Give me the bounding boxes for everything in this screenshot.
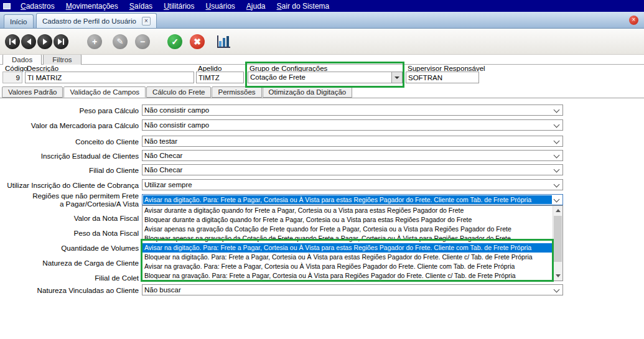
window-close-icon[interactable]: × (629, 16, 638, 25)
scroll-up-icon[interactable] (553, 206, 562, 215)
menu-item-usuarios[interactable]: Usuários (200, 1, 240, 12)
menu-item-sair-do-sistema[interactable]: Sair do Sistema (271, 1, 335, 12)
tab-permissoes[interactable]: Permissões (212, 86, 261, 98)
natureza-vinculadas-value: Não buscar (144, 286, 551, 294)
section-tabs-divider (0, 98, 644, 98)
previous-icon (27, 39, 31, 45)
tab-valores-padrao[interactable]: Valores Padrão (2, 86, 63, 98)
plus-icon: + (92, 37, 97, 46)
descricao-field[interactable] (25, 72, 194, 83)
apelido-field[interactable] (196, 72, 244, 83)
check-icon: ✓ (171, 37, 179, 46)
regioes-combobox[interactable]: Avisar na digitação. Para: Frete a Pagar… (142, 194, 563, 205)
annotation-dropdown-options (141, 239, 554, 282)
filial-cliente-combobox[interactable]: Não Checar (142, 164, 563, 175)
codigo-field[interactable] (2, 72, 22, 83)
filial-coleta-label: Filial de Colet (0, 274, 140, 282)
valor-mercadoria-value: Não consistir campo (144, 121, 551, 129)
regioes-value: Avisar na digitação. Para: Frete a Pagar… (143, 195, 552, 204)
next-icon (43, 39, 47, 45)
conceito-cliente-value: Não testar (144, 137, 551, 145)
supervisor-field[interactable] (406, 72, 479, 83)
chevron-down-icon (554, 167, 560, 173)
tab-cadastro-perfil-label: Cadastro de Perfil do Usuário (42, 17, 136, 25)
tab-cadastro-perfil-usuario[interactable]: Cadastro de Perfil do Usuário × (36, 13, 157, 28)
nav-first-button[interactable] (5, 34, 20, 49)
dropdown-option-1[interactable]: Avisar durante a digitação quando for Fr… (142, 206, 553, 215)
peso-para-calculo-value: Não consistir campo (144, 106, 551, 114)
utilizar-inscricao-cobranca-label: Utilizar Inscrição do Cliente de Cobranç… (0, 181, 140, 189)
last-arrow-icon (58, 39, 62, 45)
inscricao-estadual-value: Não Checar (144, 152, 551, 159)
chevron-down-icon (554, 122, 560, 128)
dropdown-option-2[interactable]: Bloquear durante a digitação quando for … (142, 215, 553, 225)
peso-nota-fiscal-label: Peso da Nota Fiscal (0, 229, 140, 237)
utilizar-inscricao-cobranca-combobox[interactable]: Utilizar sempre (142, 179, 563, 190)
menu-item-movimentacoes[interactable]: Movimentações (60, 1, 124, 12)
app-icon (3, 3, 11, 9)
delete-button[interactable]: − (135, 34, 150, 49)
first-arrow-icon (11, 39, 16, 45)
tab-otimizacao-da-digitacao[interactable]: Otimização da Digitação (263, 86, 353, 98)
chart-button[interactable] (217, 35, 231, 49)
regioes-label-line2: a Pagar/Cortesia/A Vista (0, 200, 140, 208)
minus-icon: − (140, 37, 145, 46)
cross-icon: ✖ (194, 37, 201, 46)
last-icon (63, 39, 64, 45)
edit-button[interactable]: ✎ (113, 34, 128, 49)
dropdown-option-3[interactable]: Avisar apenas na gravação da Cotação de … (142, 225, 553, 234)
quantidade-volumes-label: Quantidade de Volumes (0, 244, 140, 252)
natureza-vinculadas-combobox[interactable]: Não buscar (142, 284, 563, 295)
valor-mercadoria-label: Valor da Mercadoria para Cálculo (0, 121, 140, 129)
tab-inicio[interactable]: Início (4, 14, 34, 28)
valor-mercadoria-combobox[interactable]: Não consistir campo (142, 119, 563, 131)
menu-item-saidas[interactable]: Saídas (124, 1, 158, 12)
section-tabs: Valores Padrão Validação de Campos Cálcu… (2, 86, 353, 98)
tab-inicio-label: Início (10, 18, 27, 26)
first-icon (9, 39, 11, 45)
utilizar-inscricao-cobranca-value: Utilizar sempre (144, 181, 551, 188)
nav-previous-button[interactable] (21, 34, 36, 49)
scroll-thumb[interactable] (554, 216, 562, 262)
bar-chart-icon (219, 41, 222, 47)
annotation-grupo-configuracoes (245, 62, 404, 88)
menu-item-cadastros[interactable]: Cadastros (15, 1, 60, 12)
tab-close-icon[interactable]: × (142, 17, 151, 26)
inscricao-estadual-label: Inscrição Estadual de Clientes (0, 152, 140, 160)
chevron-down-icon (554, 197, 560, 203)
natureza-vinculadas-label: Natureza Vinculadas ao Cliente (0, 286, 140, 294)
conceito-cliente-combobox[interactable]: Não testar (142, 136, 563, 147)
add-button[interactable]: + (87, 34, 102, 49)
nav-last-button[interactable] (54, 34, 68, 49)
confirm-button[interactable]: ✓ (167, 34, 182, 49)
peso-para-calculo-combobox[interactable]: Não consistir campo (142, 104, 563, 116)
document-tab-bar: Início Cadastro de Perfil do Usuário × × (0, 12, 644, 29)
chevron-down-icon (554, 287, 560, 293)
scroll-down-icon[interactable] (553, 271, 562, 281)
menu-item-ajuda[interactable]: Ajuda (241, 1, 271, 12)
chevron-down-icon (554, 138, 560, 144)
regioes-label-line1: Regiões que não permitem Frete (0, 192, 140, 200)
cancel-button[interactable]: ✖ (190, 34, 205, 49)
chevron-down-icon (554, 182, 560, 188)
menu-item-utilitarios[interactable]: Utilitários (158, 1, 200, 12)
toolbar: + ✎ − ✓ ✖ (0, 29, 644, 55)
natureza-carga-cliente-label: Natureza de Carga de Cliente (0, 259, 140, 267)
subtab-filtros[interactable]: Filtros (43, 54, 81, 65)
pencil-icon: ✎ (117, 37, 124, 46)
subtab-dados[interactable]: Dados (2, 54, 42, 65)
chevron-down-icon (554, 107, 560, 113)
dropdown-scrollbar[interactable] (553, 206, 562, 281)
tab-validacao-de-campos[interactable]: Validação de Campos (63, 86, 146, 98)
chevron-down-icon (554, 152, 560, 159)
tab-calculo-do-frete[interactable]: Cálculo do Frete (146, 86, 211, 98)
peso-para-calculo-label: Peso para Cálculo (0, 106, 140, 114)
data-subtabs: Dados Filtros (2, 54, 83, 65)
filial-cliente-value: Não Checar (144, 166, 551, 174)
valor-nota-fiscal-label: Valor da Nota Fiscal (0, 214, 140, 222)
nav-next-button[interactable] (37, 34, 52, 49)
inscricao-estadual-combobox[interactable]: Não Checar (142, 150, 563, 161)
conceito-cliente-label: Conceito do Cliente (0, 137, 140, 146)
menu-bar: Cadastros Movimentações Saídas Utilitári… (0, 0, 644, 12)
filial-cliente-label: Filial do Cliente (0, 166, 140, 174)
